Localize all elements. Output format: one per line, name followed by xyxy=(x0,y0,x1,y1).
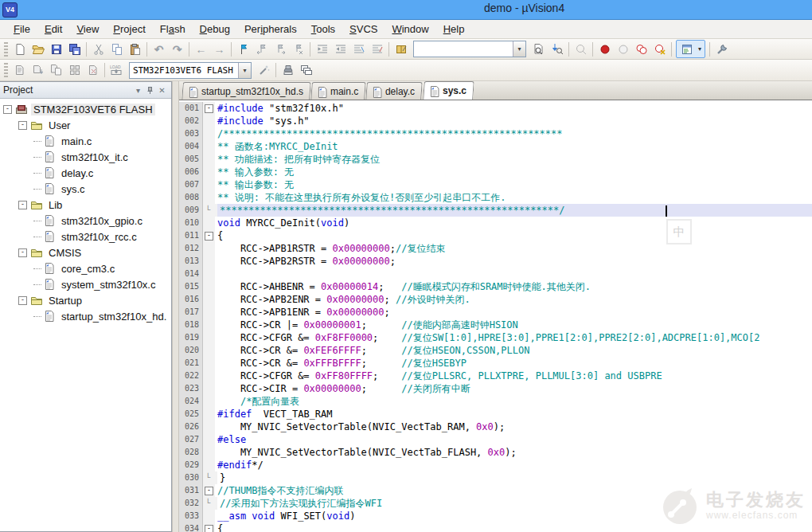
code-line-017[interactable]: 017 RCC->APB1ENR = 0x00000000; xyxy=(179,306,812,319)
panel-dropdown-icon[interactable]: ▾ xyxy=(132,84,144,96)
code-line-029[interactable]: 029#endif*/ xyxy=(179,459,812,471)
code-line-001[interactable]: 001-#include "stm32f10x.h" xyxy=(179,102,812,115)
nav-back-icon[interactable]: ← xyxy=(192,41,210,57)
bookmark-prev-icon[interactable] xyxy=(252,41,271,57)
code-line-009[interactable]: 009└************************************… xyxy=(179,204,812,217)
code-editor[interactable]: 001-#include "stm32f10x.h"002#include "s… xyxy=(179,100,812,532)
flash-settings-icon[interactable] xyxy=(279,62,297,79)
tree-item-stm32f10x-rcc-c[interactable]: stm32f10x_rcc.c xyxy=(0,229,171,244)
paste-icon[interactable] xyxy=(126,41,144,57)
code-line-025[interactable]: 025#ifdef VECT_TAB_RAM xyxy=(179,408,812,421)
bookmark-next-icon[interactable] xyxy=(271,41,289,57)
code-line-011[interactable]: 011-{ xyxy=(179,229,812,242)
target-options-icon[interactable] xyxy=(255,62,273,79)
new-file-icon[interactable] xyxy=(10,41,29,57)
manage-workspace-icon[interactable] xyxy=(297,62,315,79)
menu-view[interactable]: View xyxy=(69,22,106,37)
tree-item-stm32f10x-gpio-c[interactable]: stm32f10x_gpio.c xyxy=(0,213,171,229)
open-icon[interactable] xyxy=(29,41,47,57)
menu-svcs[interactable]: SVCS xyxy=(342,22,385,37)
tree-item-delay-c[interactable]: delay.c xyxy=(0,165,171,181)
code-line-027[interactable]: 027#else xyxy=(179,433,812,446)
fold-toggle-icon[interactable]: - xyxy=(205,232,213,241)
code-line-021[interactable]: 021 RCC->CR &= 0xFFFBFFFF; //复位HSEBYP xyxy=(179,357,812,370)
menu-window[interactable]: Window xyxy=(385,22,435,37)
batch-build-icon[interactable] xyxy=(65,62,84,79)
search-dropdown-arrow[interactable]: ▾ xyxy=(513,41,525,57)
bookmark-icon[interactable] xyxy=(234,41,252,57)
code-line-018[interactable]: 018 RCC->CR |= 0x00000001; //使能内部高速时钟HSI… xyxy=(179,319,812,331)
code-line-019[interactable]: 019 RCC->CFGR &= 0xF8FF0000; //复位SW[1:0]… xyxy=(179,331,812,344)
lookup-book-icon[interactable] xyxy=(392,41,410,57)
bp-disable-all-icon[interactable] xyxy=(632,41,650,57)
menu-debug[interactable]: Debug xyxy=(193,22,237,37)
tree-expander[interactable]: - xyxy=(18,121,27,130)
code-line-010[interactable]: 010void MYRCC_DeInit(void) xyxy=(179,217,812,229)
tree-expander[interactable]: - xyxy=(3,105,12,114)
tree-item-user[interactable]: -User xyxy=(0,117,171,133)
code-line-015[interactable]: 015 RCC->AHBENR = 0x00000014; //睡眠模式闪存和S… xyxy=(179,280,812,293)
toolbar-grip[interactable] xyxy=(4,63,8,77)
menu-peripherals[interactable]: Peripherals xyxy=(237,22,304,37)
code-line-006[interactable]: 006** 输入参数: 无 xyxy=(179,166,812,178)
nav-forward-icon[interactable]: → xyxy=(210,41,228,57)
copy-icon[interactable] xyxy=(107,41,126,57)
target-select-combobox[interactable]: STM32F103VET6 FLASH▾ xyxy=(129,62,252,79)
tree-item-startup-stm32f10x-hd-[interactable]: startup_stm32f10x_hd. xyxy=(0,308,171,324)
menu-file[interactable]: File xyxy=(6,22,37,37)
tree-item-startup[interactable]: -Startup xyxy=(0,292,171,308)
bp-enable-icon[interactable] xyxy=(614,41,632,57)
configure-icon[interactable] xyxy=(712,41,731,57)
tree-item-main-c[interactable]: main.c xyxy=(0,133,171,149)
uncomment-block-icon[interactable] xyxy=(368,41,386,57)
fold-toggle-icon[interactable]: - xyxy=(205,104,213,113)
code-line-030[interactable]: 030└} xyxy=(179,471,812,484)
tree-item-lib[interactable]: -Lib xyxy=(0,197,171,213)
code-line-024[interactable]: 024 /*配置向量表 xyxy=(179,395,812,408)
search-combobox[interactable]: ▾ xyxy=(413,41,526,57)
code-line-013[interactable]: 013 RCC->APB2RSTR = 0x00000000; xyxy=(179,255,812,268)
menu-help[interactable]: Help xyxy=(436,22,472,37)
save-icon[interactable] xyxy=(47,41,65,57)
tree-item-cmsis[interactable]: -CMSIS xyxy=(0,244,171,260)
code-line-020[interactable]: 020 RCC->CR &= 0xFEF6FFFF; //复位HSEON,CSS… xyxy=(179,344,812,357)
fold-toggle-icon[interactable]: - xyxy=(205,525,213,532)
debug-windows-dropdown-arrow[interactable]: ▾ xyxy=(696,45,704,53)
code-line-007[interactable]: 007** 输出参数: 无 xyxy=(179,178,812,191)
undo-icon[interactable]: ↶ xyxy=(150,41,168,57)
bp-insert-icon[interactable] xyxy=(595,41,614,57)
translate-icon[interactable] xyxy=(10,62,29,79)
tree-item-stm32f103vet6-flash[interactable]: -STM32F103VET6 FLASH xyxy=(0,101,171,117)
find-icon[interactable] xyxy=(572,41,590,57)
tree-item-core-cm3-c[interactable]: core_cm3.c xyxy=(0,260,171,276)
bookmark-clear-icon[interactable] xyxy=(289,41,307,57)
comment-block-icon[interactable] xyxy=(349,41,368,57)
target-dropdown-arrow[interactable]: ▾ xyxy=(238,63,251,78)
code-line-023[interactable]: 023 RCC->CIR = 0x00000000; //关闭所有中断 xyxy=(179,382,812,395)
code-line-028[interactable]: 028 MY_NVIC_SetVectorTable(NVIC_VectTab_… xyxy=(179,446,812,459)
panel-splitter[interactable] xyxy=(172,81,179,532)
code-line-005[interactable]: 005** 功能描述: 把所有时钟寄存器复位 xyxy=(179,153,812,166)
toolbar-grip[interactable] xyxy=(4,42,8,57)
code-line-022[interactable]: 022 RCC->CFGR &= 0xFF80FFFF; //复位PLLSRC,… xyxy=(179,370,812,382)
code-line-002[interactable]: 002#include "sys.h" xyxy=(179,115,812,127)
tree-expander[interactable]: - xyxy=(18,296,27,305)
tree-expander[interactable]: - xyxy=(18,248,27,257)
cut-icon[interactable] xyxy=(89,41,107,57)
menu-project[interactable]: Project xyxy=(106,22,152,37)
tree-item-stm32f10x-it-c[interactable]: stm32f10x_it.c xyxy=(0,149,171,165)
tab-main-c[interactable]: main.c xyxy=(310,82,366,100)
code-line-012[interactable]: 012 RCC->APB1RSTR = 0x00000000;//复位结束 xyxy=(179,242,812,255)
menu-flash[interactable]: Flash xyxy=(153,22,193,37)
code-line-016[interactable]: 016 RCC->APB2ENR = 0x00000000; //外设时钟关闭. xyxy=(179,293,812,306)
incremental-find-icon[interactable] xyxy=(548,41,566,57)
load-icon[interactable]: LOAD xyxy=(107,62,126,79)
find-in-files-icon[interactable] xyxy=(529,41,548,57)
stop-build-icon[interactable] xyxy=(84,62,102,79)
tree-item-system-stm32f10x-c[interactable]: system_stm32f10x.c xyxy=(0,276,171,292)
code-line-014[interactable]: 014 xyxy=(179,268,812,280)
panel-close-icon[interactable]: ✕ xyxy=(156,84,168,96)
tab-delay-c[interactable]: delay.c xyxy=(366,82,424,100)
tab-startup-stm32f10x-hd-s[interactable]: startup_stm32f10x_hd.s xyxy=(182,82,311,100)
indent-icon[interactable] xyxy=(331,41,349,57)
